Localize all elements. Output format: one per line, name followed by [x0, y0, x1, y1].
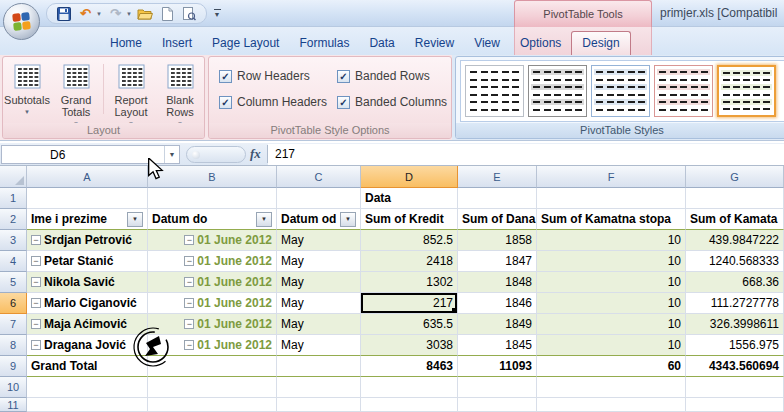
cell-B11[interactable]	[148, 398, 277, 412]
tab-view[interactable]: View	[464, 32, 510, 55]
collapse-button-icon[interactable]: −	[184, 298, 194, 308]
cell-C11[interactable]	[277, 398, 361, 412]
cell-C2[interactable]: Datum od▼	[277, 209, 361, 230]
row-header-9[interactable]: 9	[0, 356, 27, 377]
row-header-2[interactable]: 2	[0, 209, 27, 230]
cell-C3[interactable]: May	[277, 230, 361, 251]
print-preview-icon[interactable]	[181, 6, 198, 22]
cell-F10[interactable]	[537, 377, 686, 398]
cell-F2[interactable]: Sum of Kamatna stopa	[537, 209, 686, 230]
cell-E1[interactable]	[458, 188, 537, 209]
checkbox-banded-rows[interactable]: ✓Banded Rows	[337, 69, 451, 83]
collapse-button-icon[interactable]: −	[184, 319, 194, 329]
cell-A8[interactable]: −Dragana Jović	[27, 335, 148, 356]
redo-dropdown-icon[interactable]: ▼	[126, 11, 132, 17]
name-box-dropdown-icon[interactable]: ▼	[164, 146, 179, 163]
cell-A6[interactable]: −Mario Ciganović	[27, 293, 148, 314]
cell-D5[interactable]: 1302	[361, 272, 458, 293]
cell-D11[interactable]	[361, 398, 458, 412]
cell-A5[interactable]: −Nikola Savić	[27, 272, 148, 293]
cell-E8[interactable]: 1845	[458, 335, 537, 356]
checkbox-icon[interactable]: ✓	[219, 70, 232, 83]
cell-G2[interactable]: Sum of Kamata	[686, 209, 784, 230]
cell-G5[interactable]: 668.36	[686, 272, 784, 293]
cell-F4[interactable]: 10	[537, 251, 686, 272]
cell-F8[interactable]: 10	[537, 335, 686, 356]
cell-E5[interactable]: 1848	[458, 272, 537, 293]
cell-D3[interactable]: 852.5	[361, 230, 458, 251]
cell-C5[interactable]: May	[277, 272, 361, 293]
cell-B3[interactable]: −01 June 2012	[148, 230, 277, 251]
cell-D10[interactable]	[361, 377, 458, 398]
cell-B8[interactable]: −01 June 2012	[148, 335, 277, 356]
column-header-G[interactable]: G	[686, 166, 784, 188]
tab-data[interactable]: Data	[359, 32, 404, 55]
cell-G1[interactable]	[686, 188, 784, 209]
cell-B2[interactable]: Datum do▼	[148, 209, 277, 230]
column-header-B[interactable]: B	[148, 166, 277, 188]
cell-E3[interactable]: 1858	[458, 230, 537, 251]
cell-G11[interactable]	[686, 398, 784, 412]
tab-home[interactable]: Home	[100, 32, 152, 55]
cell-B4[interactable]: −01 June 2012	[148, 251, 277, 272]
row-header-7[interactable]: 7	[0, 314, 27, 335]
pivot-style-thumbnail-blue[interactable]	[591, 65, 650, 117]
tab-design[interactable]: Design	[571, 31, 630, 55]
row-header-6[interactable]: 6	[0, 293, 27, 314]
row-header-8[interactable]: 8	[0, 335, 27, 356]
cell-A9[interactable]: Grand Total	[27, 356, 148, 377]
select-all-corner[interactable]	[0, 166, 27, 188]
tab-review[interactable]: Review	[405, 32, 464, 55]
cell-C4[interactable]: May	[277, 251, 361, 272]
cell-E9[interactable]: 11093	[458, 356, 537, 377]
row-header-11[interactable]: 11	[0, 398, 27, 412]
cell-G10[interactable]	[686, 377, 784, 398]
cell-A2[interactable]: Ime i prezime▼	[27, 209, 148, 230]
collapse-button-icon[interactable]: −	[184, 256, 194, 266]
cell-E11[interactable]	[458, 398, 537, 412]
tab-formulas[interactable]: Formulas	[289, 32, 359, 55]
row-header-3[interactable]: 3	[0, 230, 27, 251]
collapse-button-icon[interactable]: −	[31, 319, 41, 329]
cell-D9[interactable]: 8463	[361, 356, 458, 377]
subtotals-button[interactable]: Subtotals▼	[3, 62, 51, 130]
undo-dropdown-icon[interactable]: ▼	[96, 11, 102, 17]
tab-page-layout[interactable]: Page Layout	[202, 32, 289, 55]
cell-D1[interactable]: Data	[361, 188, 458, 209]
cell-A3[interactable]: −Srdjan Petrović	[27, 230, 148, 251]
undo-icon[interactable]: ↶	[77, 6, 94, 22]
cell-C6[interactable]: May	[277, 293, 361, 314]
cell-C1[interactable]	[277, 188, 361, 209]
collapse-button-icon[interactable]: −	[31, 340, 41, 350]
cell-G7[interactable]: 326.3998611	[686, 314, 784, 335]
cell-E7[interactable]: 1849	[458, 314, 537, 335]
cell-D2[interactable]: Sum of Kredit	[361, 209, 458, 230]
filter-dropdown-icon[interactable]: ▼	[256, 212, 272, 227]
cell-G9[interactable]: 4343.560694	[686, 356, 784, 377]
collapse-button-icon[interactable]: −	[184, 340, 194, 350]
column-header-F[interactable]: F	[537, 166, 686, 188]
report-layout-button[interactable]: Report Layout▼	[107, 62, 155, 130]
filter-dropdown-icon[interactable]: ▼	[127, 212, 143, 227]
checkbox-icon[interactable]: ✓	[219, 96, 232, 109]
cell-A11[interactable]	[27, 398, 148, 412]
cell-B7[interactable]: −01 June 2012	[148, 314, 277, 335]
cell-G4[interactable]: 1240.568333	[686, 251, 784, 272]
row-header-10[interactable]: 10	[0, 377, 27, 398]
cell-B5[interactable]: −01 June 2012	[148, 272, 277, 293]
checkbox-icon[interactable]: ✓	[337, 96, 350, 109]
filter-dropdown-icon[interactable]: ▼	[340, 212, 356, 227]
cell-A7[interactable]: −Maja Aćimović	[27, 314, 148, 335]
checkbox-column-headers[interactable]: ✓Column Headers	[219, 95, 337, 109]
collapse-button-icon[interactable]: −	[31, 235, 41, 245]
collapse-button-icon[interactable]: −	[184, 277, 194, 287]
save-icon[interactable]	[55, 6, 72, 22]
cell-A1[interactable]	[27, 188, 148, 209]
cell-B6[interactable]: −01 June 2012	[148, 293, 277, 314]
cell-B10[interactable]	[148, 377, 277, 398]
insert-function-icon[interactable]: fx	[250, 146, 261, 162]
blank-rows-button[interactable]: Blank Rows▼	[156, 62, 204, 130]
cell-D4[interactable]: 2418	[361, 251, 458, 272]
checkbox-row-headers[interactable]: ✓Row Headers	[219, 69, 337, 83]
cell-A10[interactable]	[27, 377, 148, 398]
